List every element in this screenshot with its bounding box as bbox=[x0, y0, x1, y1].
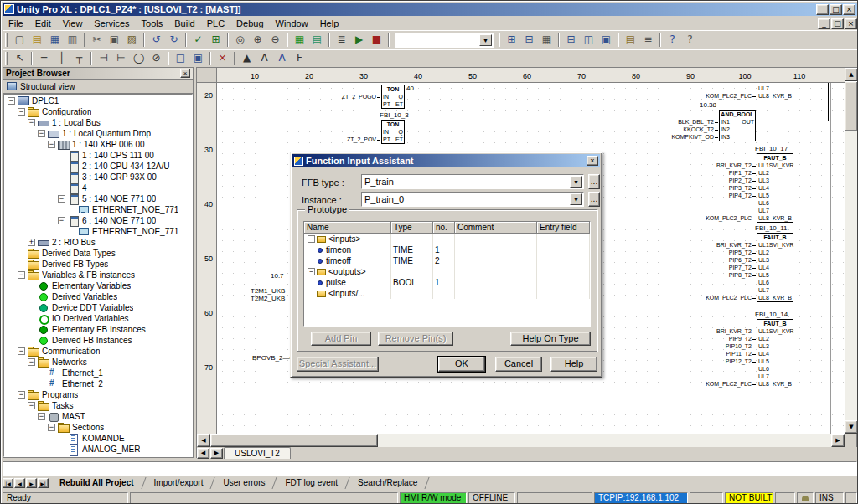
zoom-out-icon[interactable]: ⊖ bbox=[266, 32, 284, 49]
open-project-icon[interactable]: ▤ bbox=[28, 32, 46, 49]
tree-toggle-icon[interactable]: − bbox=[48, 141, 55, 148]
scroll-left-icon[interactable]: ◀ bbox=[197, 434, 210, 447]
vscroll-thumb[interactable] bbox=[845, 81, 858, 131]
tree-toggle-icon[interactable]: − bbox=[18, 108, 25, 116]
editor-hscrollbar[interactable]: ◀ ▶ bbox=[197, 434, 845, 447]
tree-item[interactable]: 3 : 140 CRP 93X 00 bbox=[4, 172, 192, 183]
print-icon[interactable]: ▥ bbox=[64, 32, 81, 49]
ffb-type-browse-button[interactable]: ... bbox=[588, 174, 600, 189]
minimize-button[interactable]: _ bbox=[816, 4, 829, 15]
tree-toggle-icon[interactable]: − bbox=[18, 391, 25, 399]
project-browser-close-icon[interactable]: × bbox=[180, 69, 190, 78]
tree-item[interactable]: Elementary Variables bbox=[4, 280, 192, 291]
tree-item[interactable]: Derived FB Instances bbox=[4, 335, 192, 346]
tree-item[interactable]: Ethernet_2 bbox=[4, 378, 192, 389]
tree-item[interactable]: −1 : 140 XBP 006 00 bbox=[4, 139, 192, 150]
prototype-row[interactable]: <inputs/... bbox=[304, 288, 590, 299]
tree-item[interactable]: IO Derived Variables bbox=[4, 313, 192, 324]
menu-item-view[interactable]: View bbox=[57, 18, 89, 29]
tree-item[interactable]: 2 : 140 CPU 434 12A/U bbox=[4, 161, 192, 172]
tree-item[interactable]: ETHERNET_NOE_771 bbox=[4, 204, 192, 215]
insert-network-icon[interactable]: ⊞ bbox=[503, 32, 520, 49]
hscroll-thumb[interactable] bbox=[210, 434, 378, 447]
tree-item[interactable]: ANALOG_MER bbox=[4, 444, 192, 455]
ok-button[interactable]: OK bbox=[438, 357, 485, 372]
delete-tool-icon[interactable]: × bbox=[214, 51, 231, 66]
menu-item-edit[interactable]: Edit bbox=[29, 18, 57, 29]
tree-item[interactable]: Derived Variables bbox=[4, 291, 192, 302]
tree-item[interactable]: −MAST bbox=[4, 411, 192, 422]
jump-icon[interactable]: ▲ bbox=[238, 51, 256, 66]
branch-link-icon[interactable]: ┬ bbox=[70, 51, 88, 66]
tree-item[interactable]: −Tasks bbox=[4, 400, 192, 411]
output-nav-button[interactable]: ◀ bbox=[14, 478, 25, 488]
help-on-type-button[interactable]: Help On Type bbox=[510, 332, 591, 346]
tree-toggle-icon[interactable]: + bbox=[28, 239, 35, 246]
tree-item[interactable]: −1 : Local Bus bbox=[4, 117, 192, 128]
output-nav-button[interactable]: ▶| bbox=[38, 478, 49, 488]
tree-item[interactable]: −Networks bbox=[4, 357, 192, 368]
column-header-comment[interactable]: Comment bbox=[455, 222, 537, 234]
tree-item[interactable]: Derived Data Types bbox=[4, 248, 192, 259]
instance-dropdown-icon[interactable]: ▼ bbox=[570, 193, 582, 205]
mdi-minimize-button[interactable]: _ bbox=[818, 18, 830, 29]
prototype-table[interactable]: NameTypeno.CommentEntry field −<inputs>t… bbox=[303, 221, 591, 327]
project-browser-titlebar[interactable]: Project Browser × bbox=[3, 68, 193, 80]
add-pin-button[interactable]: Add Pin bbox=[311, 332, 371, 346]
tree-toggle-icon[interactable]: − bbox=[28, 119, 35, 126]
prototype-row[interactable]: −<outputs> bbox=[304, 266, 590, 277]
fbd-block[interactable]: FBI_10_3TONINQZT_2_POVPTET bbox=[381, 120, 405, 144]
tree-item[interactable]: −Communication bbox=[4, 346, 192, 357]
label-tool-icon[interactable]: A bbox=[256, 51, 273, 66]
menu-item-services[interactable]: Services bbox=[88, 18, 135, 29]
menu-item-file[interactable]: File bbox=[3, 18, 29, 29]
new-project-icon[interactable]: ▢ bbox=[11, 32, 28, 49]
instance-browse-button[interactable]: ... bbox=[588, 192, 600, 207]
fbd-block[interactable]: FAUT_BUL1SVI_KVRUL2UL3UL4UL5UL6UL7KOM_PL… bbox=[757, 83, 793, 100]
analyze-project-icon[interactable]: ✓ bbox=[189, 32, 207, 49]
tab-scroll-right-icon[interactable]: ▶ bbox=[210, 448, 223, 459]
mdi-restore-button[interactable]: □ bbox=[831, 18, 844, 29]
tree-toggle-icon[interactable]: − bbox=[58, 195, 65, 203]
library-browser-icon[interactable]: ▤ bbox=[622, 32, 639, 49]
scroll-right-icon[interactable]: ▶ bbox=[831, 434, 845, 447]
save-icon[interactable]: ▦ bbox=[46, 32, 64, 49]
structural-view-bar[interactable]: Structural view bbox=[3, 80, 193, 94]
fbd-block[interactable]: TONZT_2_POGOINQPTET bbox=[381, 85, 405, 109]
tree-item[interactable]: ETHERNET_NOE_771 bbox=[4, 226, 192, 237]
menu-item-tools[interactable]: Tools bbox=[136, 18, 169, 29]
tree-item[interactable]: Derived FB Types bbox=[4, 259, 192, 270]
special-assistant-button[interactable]: Special Assistant... bbox=[297, 357, 379, 372]
prototype-row[interactable]: pulseBOOL1 bbox=[304, 277, 590, 288]
tree-item[interactable]: KOMANDE bbox=[4, 433, 192, 444]
cascade-windows-icon[interactable]: ▣ bbox=[597, 32, 615, 49]
cancel-button[interactable]: Cancel bbox=[495, 357, 542, 372]
column-header-no[interactable]: no. bbox=[433, 222, 455, 234]
comment-tool-icon[interactable]: A bbox=[273, 51, 291, 66]
function-call-icon[interactable]: ▣ bbox=[189, 51, 207, 66]
plc-connect-icon[interactable]: ≣ bbox=[333, 32, 350, 49]
vertical-link-icon[interactable]: │ bbox=[53, 51, 70, 66]
watch-variable-combo[interactable]: ▼ bbox=[395, 33, 494, 48]
fbd-block[interactable]: FBI_10_17FAUT_BBRI_KVR_T2UL1SVI_KVRPIP1_… bbox=[757, 153, 793, 223]
mdi-close-button[interactable]: × bbox=[845, 18, 857, 29]
tree-toggle-icon[interactable]: − bbox=[18, 271, 25, 279]
menu-item-debug[interactable]: Debug bbox=[230, 18, 269, 29]
tab-scroll-left-icon[interactable]: ◀ bbox=[197, 448, 209, 459]
help-icon[interactable]: ? bbox=[664, 32, 681, 49]
tree-item[interactable]: −Variables & FB instances bbox=[4, 270, 192, 280]
coil-icon[interactable]: ◯ bbox=[130, 51, 147, 66]
tree-item[interactable]: USLOVI_T2 bbox=[4, 455, 192, 457]
menu-item-build[interactable]: Build bbox=[168, 18, 200, 29]
editor-tab-uslovi-t2[interactable]: USLOVI_T2 bbox=[224, 447, 291, 459]
options-icon[interactable]: ≡ bbox=[639, 32, 657, 49]
menu-item-window[interactable]: Window bbox=[270, 18, 314, 29]
cut-icon[interactable]: ✂ bbox=[88, 32, 106, 49]
scroll-down-icon[interactable]: ▼ bbox=[845, 420, 858, 434]
tree-item[interactable]: −Programs bbox=[4, 389, 192, 400]
fbd-block[interactable]: FBI_10_14FAUT_BBRI_KVR_T2UL1SVI_KVRPIP9_… bbox=[757, 319, 793, 388]
combo-dropdown-icon[interactable]: ▼ bbox=[479, 34, 492, 46]
project-tree[interactable]: −DPLC1−Configuration−1 : Local Bus−1 : L… bbox=[3, 94, 193, 457]
tile-horizontal-icon[interactable]: ⊟ bbox=[562, 32, 580, 49]
tree-item[interactable]: −6 : 140 NOE 771 00 bbox=[4, 215, 192, 226]
